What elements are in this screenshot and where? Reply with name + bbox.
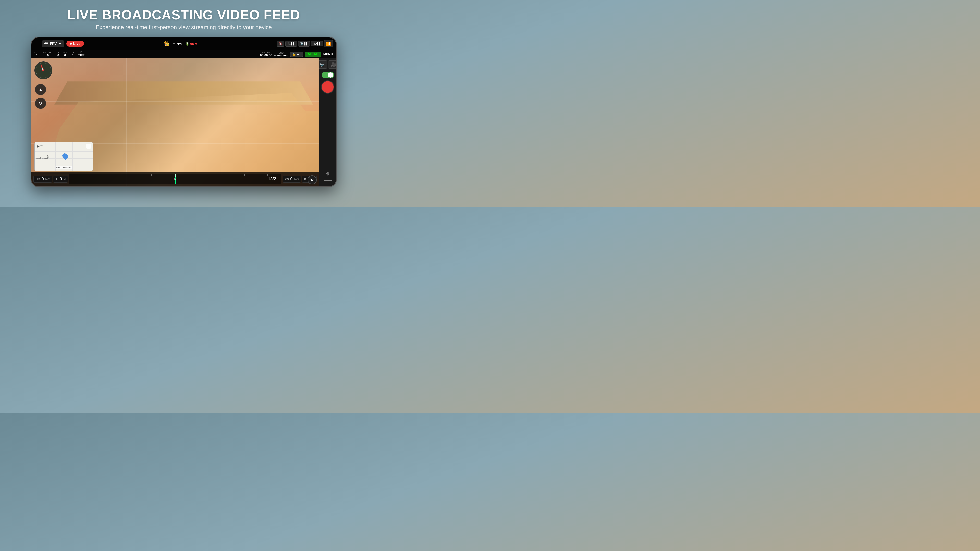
main-content: ▲ ⟳ ▶ − rini azzo Davanzati 🏛 Pala bbox=[32, 59, 336, 186]
lock-icon: 🔒 bbox=[293, 52, 296, 56]
f-setting: F 0 bbox=[57, 51, 59, 57]
map-label-palazzo-vecchio: Palazzo Vecchio bbox=[56, 166, 72, 169]
wb-label: WB bbox=[63, 51, 67, 54]
ae-label: AE bbox=[297, 52, 301, 56]
shutter-setting: SHUTTER 0 bbox=[43, 51, 54, 57]
record-inner bbox=[324, 83, 332, 91]
map-museum-icon: 🏛 bbox=[46, 155, 49, 159]
live-button[interactable]: Live bbox=[66, 41, 84, 47]
a-label: A: bbox=[56, 178, 58, 181]
shutter-value: 0 bbox=[47, 54, 49, 57]
a-unit: M bbox=[64, 178, 65, 181]
playback-button[interactable]: ▶ bbox=[307, 175, 317, 184]
mode-toggle[interactable] bbox=[321, 72, 334, 78]
rc-signal-button[interactable]: 📡▌▌ bbox=[298, 41, 310, 47]
video-feed: ▲ ⟳ ▶ − rini azzo Davanzati 🏛 Pala bbox=[32, 59, 319, 186]
video-mode-button[interactable]: 🎥 bbox=[328, 60, 336, 68]
format-value: TIFF bbox=[78, 54, 84, 57]
live-label: Live bbox=[73, 41, 80, 46]
map-pin bbox=[61, 152, 69, 160]
ssd-value: DOWNLOAD bbox=[274, 54, 288, 57]
device-frame: ← 👁 FPV ▼ Live 👑 ✛ N/A 🔋 66% 🔇 📞▌▌ 📡▌▌ bbox=[30, 37, 337, 187]
f-label: F bbox=[58, 51, 59, 54]
format-label: ☐ bbox=[80, 51, 83, 54]
vs-telemetry: V.S 0 M/S bbox=[283, 176, 301, 183]
right-panel: 📷 🎥 ⚙ bbox=[319, 59, 336, 186]
map-arrow[interactable]: ▶ bbox=[37, 144, 40, 148]
drone-status: ✛ N/A bbox=[172, 42, 182, 46]
mute-button[interactable]: 🔇 bbox=[277, 41, 284, 47]
ae-button[interactable]: 🔒 AE bbox=[290, 52, 303, 57]
compass-inner bbox=[36, 63, 51, 78]
bottom-bar: H.S 0 M/S A: 0 M bbox=[32, 171, 319, 186]
iso-value: 0 bbox=[35, 54, 37, 57]
vs-value: 0 bbox=[290, 177, 293, 181]
phone-signal-button[interactable]: 📞▌▌ bbox=[285, 41, 297, 47]
shutter-label: SHUTTER bbox=[43, 51, 54, 54]
wifi-button[interactable]: 📶 bbox=[324, 40, 333, 48]
ev-setting: EV 0 bbox=[71, 51, 74, 57]
eye-icon: 👁 bbox=[44, 41, 48, 46]
toggle-knob bbox=[328, 73, 333, 78]
top-bar-right: 🔇 📞▌▌ 📡▌▌ HD▌▌ 📶 bbox=[277, 40, 333, 48]
hd-button[interactable]: HD▌▌ bbox=[311, 41, 323, 46]
battery-percent: 66% bbox=[190, 42, 197, 46]
af-mf-button[interactable]: AF / MF bbox=[305, 52, 321, 57]
menu-button[interactable]: MENU bbox=[323, 52, 333, 56]
takeoff-button[interactable]: ▲ bbox=[35, 84, 46, 95]
ev-label: EV bbox=[71, 51, 74, 54]
compass-bar: N 135° bbox=[69, 174, 282, 184]
cam-settings-right: SD TIME 00:00:00 SSD DOWNLOAD 🔒 AE AF / … bbox=[260, 51, 333, 57]
page-header: LIVE BROADCASTING VIDEO FEED Experience … bbox=[67, 0, 300, 34]
gimbal-button[interactable]: ⟳ bbox=[35, 98, 46, 109]
left-controls: ▲ ⟳ bbox=[35, 84, 46, 109]
top-bar: ← 👁 FPV ▼ Live 👑 ✛ N/A 🔋 66% 🔇 📞▌▌ 📡▌▌ bbox=[32, 38, 336, 50]
cam-settings-bar: ISO 0 SHUTTER 0 F 0 WB 0 EV 0 ☐ TIFF SD … bbox=[32, 50, 336, 59]
back-button[interactable]: ← bbox=[35, 41, 40, 47]
hs-unit: M/S bbox=[45, 178, 50, 181]
compass-degree: 135° bbox=[268, 177, 277, 181]
vs-label: V.S bbox=[285, 178, 289, 181]
live-dot bbox=[70, 43, 72, 44]
sd-time-label: SD TIME bbox=[262, 51, 271, 54]
sd-time-value: 00:00:00 bbox=[260, 54, 272, 57]
ssd-setting: SSD DOWNLOAD bbox=[274, 52, 288, 57]
ev-value: 0 bbox=[72, 54, 73, 57]
f-value: 0 bbox=[57, 54, 59, 57]
play-icon: ▶ bbox=[311, 178, 313, 182]
vs-unit: M/S bbox=[294, 178, 299, 181]
map-zoom-out-button[interactable]: − bbox=[86, 144, 91, 149]
sd-time-setting: SD TIME 00:00:00 bbox=[260, 51, 272, 57]
iso-label: ISO bbox=[35, 51, 38, 54]
settings-button[interactable]: ⚙ bbox=[325, 170, 331, 177]
compass-n-label: N bbox=[174, 177, 177, 180]
fpv-selector[interactable]: 👁 FPV ▼ bbox=[41, 40, 64, 47]
battery-icon: 🔋 bbox=[185, 42, 189, 46]
mini-map: ▶ − rini azzo Davanzati 🏛 Palazzo Vecchi… bbox=[35, 142, 93, 171]
ssd-label: SSD bbox=[279, 52, 283, 54]
a-telemetry: A: 0 M bbox=[53, 176, 68, 183]
a-value: 0 bbox=[60, 177, 62, 181]
fpv-label: FPV bbox=[50, 41, 57, 46]
hs-telemetry: H.S 0 M/S bbox=[33, 176, 52, 183]
page-title: LIVE BROADCASTING VIDEO FEED bbox=[67, 7, 300, 22]
d-label: D: bbox=[304, 178, 307, 181]
hs-value: 0 bbox=[41, 177, 44, 181]
compass-ring bbox=[36, 63, 51, 78]
drone-status-value: N/A bbox=[177, 42, 182, 46]
record-button[interactable] bbox=[321, 80, 334, 94]
map-label-rini: rini bbox=[40, 144, 43, 147]
hs-label: H.S bbox=[36, 178, 40, 181]
format-setting: ☐ TIFF bbox=[78, 51, 84, 57]
page-subtitle: Experience real-time first-person view s… bbox=[67, 24, 300, 30]
map-background: ▶ − rini azzo Davanzati 🏛 Palazzo Vecchi… bbox=[35, 142, 93, 171]
iso-setting: ISO 0 bbox=[35, 51, 38, 57]
compass bbox=[35, 62, 52, 79]
wb-setting: WB 0 bbox=[63, 51, 67, 57]
crown-icon: 👑 bbox=[164, 41, 169, 46]
dropdown-icon: ▼ bbox=[58, 41, 62, 46]
drone-icon: ✛ bbox=[172, 42, 175, 46]
battery-status: 🔋 66% bbox=[185, 42, 197, 46]
top-bar-center: 👑 ✛ N/A 🔋 66% bbox=[86, 41, 275, 46]
wb-value: 0 bbox=[64, 54, 66, 57]
